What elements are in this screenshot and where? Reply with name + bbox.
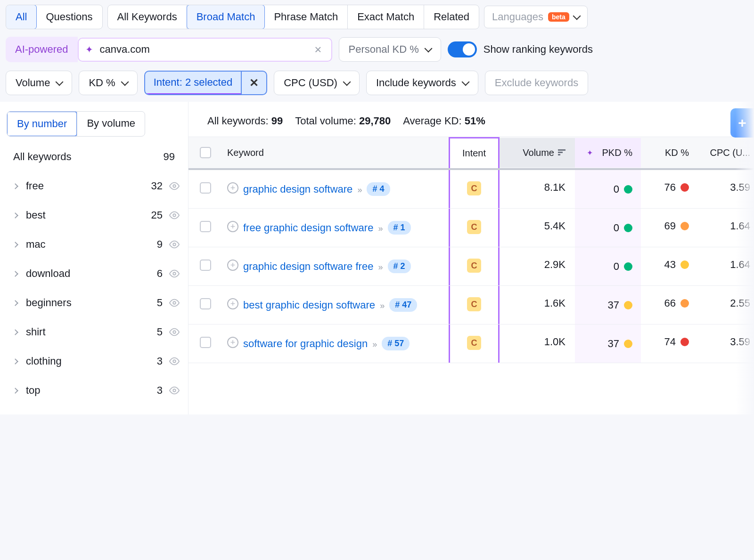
expand-row-button[interactable]: + — [227, 221, 238, 232]
col-intent[interactable]: Intent — [449, 137, 500, 168]
chevron-down-icon — [461, 78, 469, 86]
col-pkd[interactable]: ✦ PKD % — [575, 138, 641, 168]
row-checkbox[interactable] — [200, 182, 211, 194]
kd-filter[interactable]: KD % — [79, 71, 137, 95]
cell-volume: 2.9K — [500, 247, 575, 282]
tab-all[interactable]: All — [6, 5, 37, 29]
expand-row-button[interactable]: + — [227, 260, 238, 271]
row-checkbox[interactable] — [200, 221, 211, 232]
expand-row-button[interactable]: + — [227, 298, 238, 309]
keyword-link[interactable]: software for graphic design » — [243, 336, 377, 351]
cell-kd: 76 — [664, 181, 676, 194]
sidebar-item-count: 9 — [157, 238, 163, 251]
sort-icon — [558, 149, 566, 156]
eye-icon[interactable] — [169, 181, 180, 191]
kd-filter-label: KD % — [89, 77, 115, 89]
stats-bar: All keywords: 99 Total volume: 29,780 Av… — [188, 102, 754, 137]
chevrons-icon: » — [378, 262, 383, 272]
row-checkbox[interactable] — [200, 260, 211, 271]
difficulty-dot — [680, 222, 689, 230]
tab-by-number[interactable]: By number — [7, 111, 77, 137]
volume-filter[interactable]: Volume — [6, 71, 72, 95]
tab-exact-match[interactable]: Exact Match — [348, 5, 424, 29]
match-tabs-row: All Questions All Keywords Broad Match P… — [0, 0, 754, 35]
table-row: + graphic design software » # 4 C 8.1K 0… — [188, 170, 754, 209]
show-ranking-label: Show ranking keywords — [484, 43, 593, 56]
keyword-link[interactable]: graphic design software free » — [243, 259, 383, 274]
col-keyword[interactable]: Keyword — [222, 138, 449, 168]
eye-icon[interactable] — [169, 210, 180, 220]
tab-related[interactable]: Related — [424, 5, 479, 29]
difficulty-dot — [624, 224, 632, 232]
svg-point-5 — [173, 331, 176, 333]
stat-all-label: All keywords: — [207, 115, 269, 127]
sidebar-item-mac[interactable]: mac 9 — [7, 230, 181, 259]
row-checkbox[interactable] — [200, 298, 211, 309]
intent-filter-clear[interactable]: ✕ — [241, 72, 266, 94]
expand-row-button[interactable]: + — [227, 182, 238, 194]
keyword-link[interactable]: free graphic design software » — [243, 220, 383, 235]
include-keywords-filter[interactable]: Include keywords — [366, 71, 478, 95]
eye-icon[interactable] — [169, 268, 180, 279]
sidebar-all-keywords[interactable]: All keywords 99 — [7, 137, 181, 171]
content: All keywords: 99 Total volume: 29,780 Av… — [188, 102, 754, 414]
difficulty-dot — [680, 338, 689, 346]
languages-dropdown[interactable]: Languages beta — [484, 6, 588, 28]
main: By number By volume All keywords 99 free… — [0, 102, 754, 414]
chevron-down-icon — [121, 78, 129, 86]
exclude-keywords-filter[interactable]: Exclude keywords — [485, 71, 588, 95]
sidebar-item-name: beginners — [26, 297, 157, 309]
sidebar-item-shirt[interactable]: shirt 5 — [7, 317, 181, 347]
eye-icon[interactable] — [169, 385, 180, 396]
sidebar-item-top[interactable]: top 3 — [7, 376, 181, 405]
tab-broad-match[interactable]: Broad Match — [187, 5, 265, 29]
keyword-link[interactable]: graphic design software » — [243, 181, 362, 197]
clear-input-button[interactable]: × — [311, 42, 324, 57]
table-row: + software for graphic design » # 57 C 1… — [188, 325, 754, 363]
sidebar-item-clothing[interactable]: clothing 3 — [7, 347, 181, 376]
sidebar-item-name: best — [26, 209, 151, 221]
sidebar-item-free[interactable]: free 32 — [7, 171, 181, 201]
sidebar-item-download[interactable]: download 6 — [7, 259, 181, 288]
tab-questions[interactable]: Questions — [36, 5, 102, 29]
row-checkbox[interactable] — [200, 337, 211, 348]
tab-group-match: All Keywords Broad Match Phrase Match Ex… — [107, 5, 480, 29]
difficulty-dot — [680, 260, 689, 269]
filters-row: Volume KD % Intent: 2 selected ✕ CPC (US… — [0, 69, 754, 102]
domain-input[interactable] — [100, 43, 312, 56]
sidebar-item-count: 32 — [151, 180, 163, 192]
intent-filter[interactable]: Intent: 2 selected ✕ — [144, 71, 268, 95]
intent-badge: C — [467, 336, 481, 350]
keyword-link[interactable]: best graphic design software » — [243, 297, 385, 313]
difficulty-dot — [680, 183, 689, 192]
chevron-down-icon — [56, 78, 64, 86]
cell-cpc: 1.64 — [697, 247, 754, 282]
col-volume[interactable]: Volume — [500, 138, 575, 168]
expand-row-button[interactable]: + — [227, 337, 238, 348]
col-cpc[interactable]: CPC (U... — [697, 138, 754, 168]
tab-all-keywords[interactable]: All Keywords — [108, 5, 187, 29]
sidebar-item-name: top — [26, 384, 157, 397]
personal-kd-label: Personal KD % — [349, 43, 419, 56]
sidebar-item-count: 3 — [157, 384, 163, 397]
sidebar: By number By volume All keywords 99 free… — [0, 102, 188, 414]
eye-icon[interactable] — [169, 327, 180, 337]
eye-icon[interactable] — [169, 298, 180, 308]
domain-input-wrap[interactable]: ✦ × — [78, 38, 332, 62]
difficulty-dot — [624, 301, 632, 309]
personal-kd-dropdown[interactable]: Personal KD % — [339, 37, 441, 62]
sidebar-item-best[interactable]: best 25 — [7, 201, 181, 230]
ai-powered-label: AI-powered — [6, 37, 78, 62]
cpc-filter[interactable]: CPC (USD) — [274, 71, 360, 95]
tab-phrase-match[interactable]: Phrase Match — [264, 5, 348, 29]
select-all-checkbox[interactable] — [200, 147, 211, 158]
col-kd[interactable]: KD % — [641, 138, 697, 168]
sidebar-item-name: download — [26, 268, 157, 280]
add-button[interactable]: + — [730, 108, 754, 138]
sidebar-item-beginners[interactable]: beginners 5 — [7, 288, 181, 317]
intent-badge: C — [467, 220, 481, 234]
show-ranking-toggle[interactable] — [448, 41, 477, 57]
tab-by-volume[interactable]: By volume — [77, 112, 145, 136]
eye-icon[interactable] — [169, 356, 180, 366]
eye-icon[interactable] — [169, 239, 180, 250]
